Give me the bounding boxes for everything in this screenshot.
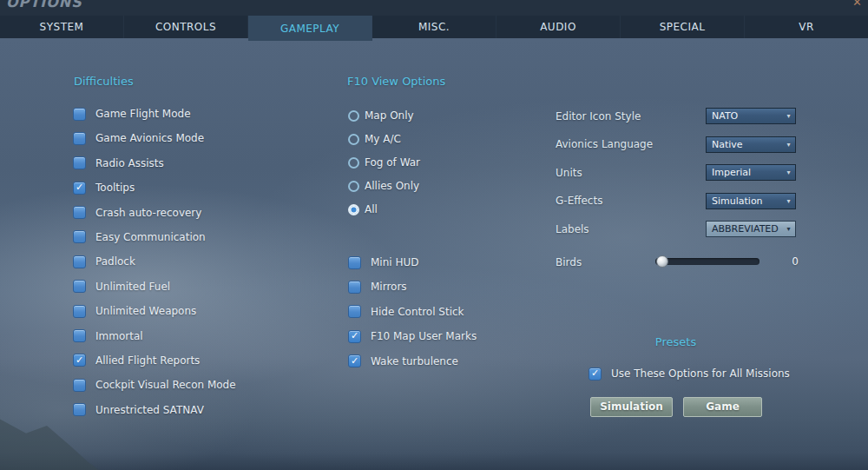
birds-slider-value: 0 <box>777 255 799 268</box>
checkbox-label: Game Avionics Mode <box>95 132 204 144</box>
checkbox-label: Cockpit Visual Recon Mode <box>95 379 236 391</box>
difficulty-cockpit-visual-recon-mode[interactable]: ✓Cockpit Visual Recon Mode <box>73 378 236 392</box>
preset-button-game[interactable]: Game <box>683 397 762 417</box>
tab-label: VR <box>799 21 814 33</box>
f10-view-header: F10 View Options <box>347 75 445 88</box>
f10-radio-my-a-c[interactable]: My A/C <box>348 133 420 145</box>
difficulties-list: ✓Game Flight Mode✓Game Avionics Mode✓Rad… <box>73 107 236 427</box>
dropdown-labels[interactable]: ABBREVIATED▾ <box>706 221 796 237</box>
checkbox-icon[interactable]: ✓ <box>73 379 86 392</box>
f10-radio-map-only[interactable]: Map Only <box>348 109 420 122</box>
checkbox-label: Easy Communication <box>95 231 206 243</box>
checkbox-icon[interactable]: ✓ <box>73 108 86 121</box>
f10-radio-all[interactable]: All <box>348 203 420 215</box>
checkbox-icon[interactable]: ✓ <box>348 305 361 318</box>
tab-label: GAMEPLAY <box>280 23 339 35</box>
checkbox-icon[interactable]: ✓ <box>73 329 86 342</box>
birds-slider-handle[interactable] <box>656 255 668 268</box>
checkbox-icon[interactable]: ✓ <box>348 256 361 269</box>
radio-label: Map Only <box>365 109 414 122</box>
checkbox-icon[interactable]: ✓ <box>73 206 86 219</box>
dropdown-value: Native <box>707 139 782 150</box>
difficulty-unlimited-weapons[interactable]: ✓Unlimited Weapons <box>73 304 236 318</box>
check-icon: ✓ <box>76 355 83 365</box>
checkbox-icon[interactable]: ✓ <box>73 354 86 367</box>
f10-radio-fog-of-war[interactable]: Fog of War <box>348 156 420 169</box>
dropdown-avionics-language[interactable]: Native▾ <box>706 136 796 153</box>
dropdown-g-effects[interactable]: Simulation▾ <box>706 193 796 209</box>
chevron-down-icon[interactable]: ▾ <box>782 141 795 149</box>
checkbox-label: Crash auto-recovery <box>95 207 201 219</box>
tab-label: SYSTEM <box>40 21 84 33</box>
tab-misc[interactable]: MISC. <box>372 16 496 38</box>
checkbox-icon[interactable]: ✓ <box>73 182 86 195</box>
difficulty-unrestricted-satnav[interactable]: ✓Unrestricted SATNAV <box>73 403 236 417</box>
close-icon[interactable]: ✕ <box>852 0 862 9</box>
difficulty-game-avionics-mode[interactable]: ✓Game Avionics Mode <box>73 131 236 145</box>
tab-vr[interactable]: VR <box>745 16 868 38</box>
preset-button-simulation[interactable]: Simulation <box>590 397 673 417</box>
tab-special[interactable]: SPECIAL <box>621 16 745 38</box>
chevron-down-icon[interactable]: ▾ <box>782 112 795 120</box>
tab-controls[interactable]: CONTROLS <box>124 16 248 38</box>
chevron-down-icon[interactable]: ▾ <box>782 225 795 233</box>
view-option-wake-turbulence[interactable]: ✓Wake turbulence <box>348 354 477 368</box>
setting-label: Labels <box>556 223 589 235</box>
tab-audio[interactable]: AUDIO <box>496 16 621 38</box>
dropdown-units[interactable]: Imperial▾ <box>706 164 796 181</box>
checkbox-icon[interactable]: ✓ <box>73 230 86 243</box>
setting-row-avionics-language: Avionics LanguageNative▾ <box>556 136 796 153</box>
difficulty-allied-flight-reports[interactable]: ✓Allied Flight Reports <box>73 354 236 367</box>
view-option-hide-control-stick[interactable]: ✓Hide Control Stick <box>348 305 477 319</box>
radio-icon[interactable] <box>348 110 359 122</box>
checkbox-label: Tooltips <box>95 182 135 194</box>
difficulty-padlock[interactable]: ✓Padlock <box>73 255 236 268</box>
checkbox-icon[interactable]: ✓ <box>348 330 361 343</box>
checkbox-icon[interactable]: ✓ <box>348 281 361 294</box>
checkbox-label: Padlock <box>95 255 135 268</box>
presets-header: Presets <box>556 335 796 348</box>
check-icon: ✓ <box>76 182 83 192</box>
check-icon: ✓ <box>351 356 358 366</box>
checkbox-icon[interactable]: ✓ <box>73 132 86 145</box>
checkbox-icon[interactable]: ✓ <box>73 280 86 293</box>
difficulty-radio-assists[interactable]: ✓Radio Assists <box>73 156 236 170</box>
birds-label: Birds <box>556 256 582 268</box>
difficulty-easy-communication[interactable]: ✓Easy Communication <box>73 230 236 244</box>
difficulty-game-flight-mode[interactable]: ✓Game Flight Mode <box>73 107 236 121</box>
radio-label: All <box>365 203 378 215</box>
tab-gameplay[interactable]: GAMEPLAY <box>248 16 372 41</box>
presets-all-missions-checkbox[interactable]: ✓ Use These Options for All Missions <box>589 367 790 381</box>
birds-slider-track[interactable] <box>655 258 760 265</box>
checkbox-icon[interactable]: ✓ <box>73 305 86 318</box>
f10-radio-allies-only[interactable]: Allies Only <box>348 180 420 192</box>
radio-icon[interactable] <box>348 134 359 145</box>
tab-label: SPECIAL <box>660 21 706 33</box>
dropdown-editor-icon-style[interactable]: NATO▾ <box>706 108 796 124</box>
tab-label: AUDIO <box>540 21 576 33</box>
view-option-f10-map-user-marks[interactable]: ✓F10 Map User Marks <box>348 329 477 343</box>
chevron-down-icon[interactable]: ▾ <box>782 169 795 176</box>
chevron-down-icon[interactable]: ▾ <box>782 197 795 205</box>
checkbox-icon[interactable]: ✓ <box>348 354 361 367</box>
view-option-mini-hud[interactable]: ✓Mini HUD <box>348 255 477 269</box>
radio-icon[interactable] <box>348 204 359 215</box>
difficulty-crash-auto-recovery[interactable]: ✓Crash auto-recovery <box>73 206 236 220</box>
checkbox-icon[interactable]: ✓ <box>73 403 86 416</box>
checkbox-label: Game Flight Mode <box>95 108 191 120</box>
difficulty-immortal[interactable]: ✓Immortal <box>73 329 236 343</box>
radio-label: Allies Only <box>365 180 419 192</box>
radio-icon[interactable] <box>348 181 359 192</box>
setting-label: Editor Icon Style <box>556 110 641 122</box>
checkbox-icon[interactable]: ✓ <box>589 367 602 381</box>
checkbox-icon[interactable]: ✓ <box>73 255 86 268</box>
checkbox-label: Unrestricted SATNAV <box>95 404 204 416</box>
presets-checkbox-label: Use These Options for All Missions <box>611 367 790 380</box>
difficulty-unlimited-fuel[interactable]: ✓Unlimited Fuel <box>73 280 236 294</box>
difficulty-tooltips[interactable]: ✓Tooltips <box>73 181 236 195</box>
radio-icon[interactable] <box>348 157 359 169</box>
tab-bar: SYSTEMCONTROLSGAMEPLAYMISC.AUDIOSPECIALV… <box>0 16 868 38</box>
view-option-mirrors[interactable]: ✓Mirrors <box>348 280 477 294</box>
tab-system[interactable]: SYSTEM <box>0 16 124 38</box>
checkbox-icon[interactable]: ✓ <box>73 156 86 169</box>
